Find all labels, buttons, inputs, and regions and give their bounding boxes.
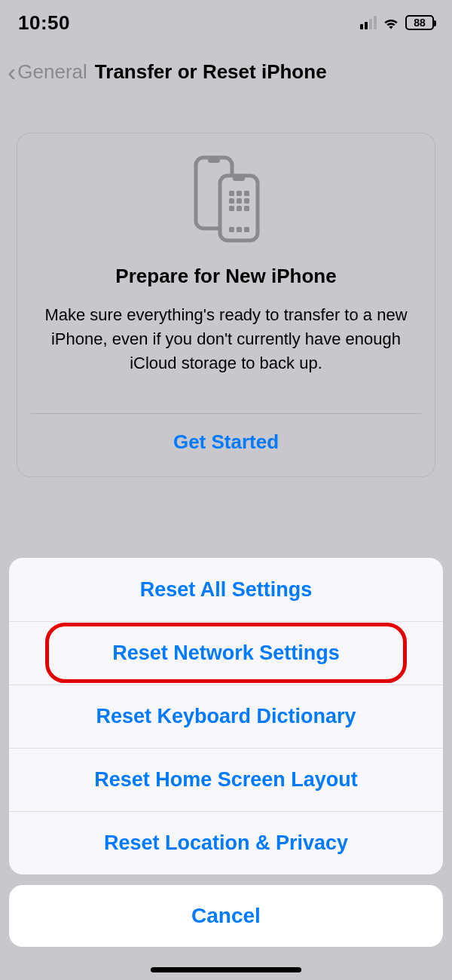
svg-rect-8 — [237, 198, 242, 204]
status-indicators: 88 — [360, 15, 434, 30]
battery-percentage: 88 — [414, 17, 426, 28]
reset-home-screen-layout-option[interactable]: Reset Home Screen Layout — [9, 748, 443, 811]
reset-all-settings-option[interactable]: Reset All Settings — [9, 558, 443, 621]
status-bar: 10:50 88 — [0, 0, 452, 38]
svg-rect-4 — [229, 191, 234, 196]
home-indicator[interactable] — [151, 967, 301, 972]
chevron-left-icon: ‹ — [8, 59, 16, 84]
back-label: General — [17, 60, 87, 84]
reset-location-privacy-option[interactable]: Reset Location & Privacy — [9, 811, 443, 874]
status-time: 10:50 — [18, 11, 70, 35]
reset-options-list: Reset All Settings Reset Network Setting… — [9, 558, 443, 874]
svg-rect-3 — [233, 176, 245, 181]
cancel-button[interactable]: Cancel — [9, 885, 443, 947]
svg-rect-10 — [229, 206, 234, 211]
reset-keyboard-dictionary-option[interactable]: Reset Keyboard Dictionary — [9, 684, 443, 748]
card-title: Prepare for New iPhone — [115, 265, 336, 288]
svg-rect-12 — [244, 206, 249, 211]
svg-rect-9 — [244, 198, 249, 204]
page-title: Transfer or Reset iPhone — [95, 60, 327, 84]
cancel-card: Cancel — [9, 885, 443, 947]
nav-header: ‹ General Transfer or Reset iPhone — [0, 38, 452, 95]
svg-rect-5 — [237, 191, 242, 196]
get-started-button[interactable]: Get Started — [17, 414, 435, 476]
back-button[interactable]: ‹ General — [8, 59, 87, 84]
svg-rect-13 — [229, 227, 234, 232]
prepare-card: Prepare for New iPhone Make sure everyth… — [17, 133, 435, 477]
svg-rect-1 — [208, 158, 220, 163]
svg-rect-14 — [237, 227, 242, 232]
wifi-icon — [382, 16, 400, 29]
battery-icon: 88 — [405, 15, 434, 30]
svg-rect-15 — [244, 227, 249, 232]
cellular-signal-icon — [360, 16, 377, 29]
devices-icon — [190, 155, 262, 247]
action-sheet: Reset All Settings Reset Network Setting… — [0, 558, 452, 980]
svg-rect-7 — [229, 198, 234, 204]
card-body: Make sure everything's ready to transfer… — [37, 303, 415, 375]
svg-rect-6 — [244, 191, 249, 196]
reset-network-settings-option[interactable]: Reset Network Settings — [9, 621, 443, 684]
svg-rect-11 — [237, 206, 242, 211]
